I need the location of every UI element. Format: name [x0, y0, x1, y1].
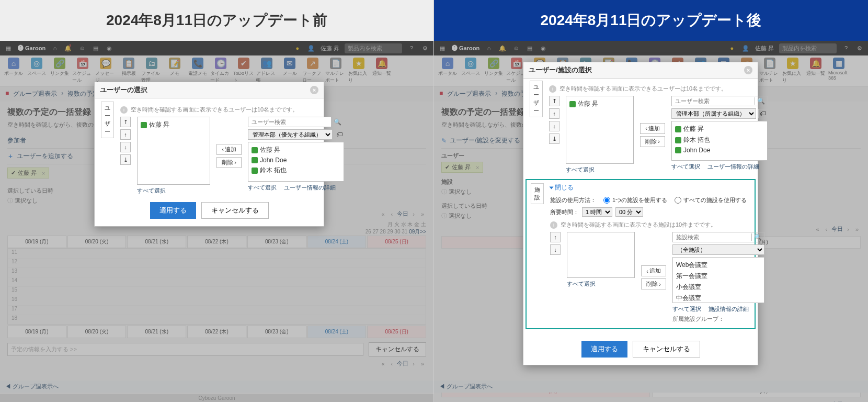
selected-facilities-list[interactable]: [567, 232, 635, 278]
org-tree-icon[interactable]: 🏷: [758, 109, 768, 118]
fac-remove-button[interactable]: 削除 ›: [641, 278, 666, 289]
user-search[interactable]: 🔍: [671, 96, 768, 106]
facility-search[interactable]: 🔍: [672, 232, 764, 242]
select-all-right[interactable]: すべて選択: [248, 184, 277, 192]
facility-search-input[interactable]: [673, 232, 751, 242]
user-detail-link[interactable]: ユーザー情報の詳細: [707, 163, 759, 171]
close-icon[interactable]: ×: [310, 86, 318, 94]
hint-facility: i空き時間を確認する画面に表示できる施設は10件までです。: [550, 221, 764, 229]
org-select[interactable]: 管理本部（所属する組織）: [671, 108, 756, 119]
chevron-down-icon: [550, 186, 554, 189]
user-facility-modal: ユーザー/施設の選択 × ユーザー i空き時間を確認する画面に表示できるユーザー…: [523, 62, 758, 365]
candidate-facilities-list[interactable]: Web会議室第一会議室小会議室中会議室大会議室: [672, 257, 764, 303]
user-detail-link[interactable]: ユーザー情報の詳細: [284, 184, 336, 192]
selected-users-list[interactable]: 佐藤 昇: [137, 117, 210, 185]
duration-label: 所要時間：: [550, 208, 579, 216]
cancel-button[interactable]: キャンセルする: [201, 202, 269, 219]
person-icon: [675, 126, 681, 132]
search-icon[interactable]: 🔍: [755, 97, 767, 105]
apply-button[interactable]: 適用する: [150, 202, 196, 219]
move-down-button[interactable]: ↓: [549, 121, 559, 131]
select-all-right[interactable]: すべて選択: [671, 163, 700, 171]
move-up-button[interactable]: ↑: [549, 108, 559, 119]
collapse-toggle[interactable]: 閉じる: [550, 183, 764, 192]
search-icon[interactable]: 🔍: [751, 233, 764, 241]
list-item[interactable]: 小会議室: [676, 282, 761, 293]
modal-title: ユーザーの選択: [100, 85, 147, 95]
usage-label: 施設の使用方法：: [550, 196, 596, 204]
cancel-button[interactable]: キャンセルする: [633, 341, 700, 358]
usage-one-radio[interactable]: 1つの施設を使用する: [603, 196, 667, 204]
list-item[interactable]: 佐藤 昇: [252, 144, 340, 155]
list-item[interactable]: 第一会議室: [676, 271, 761, 282]
fac-add-button[interactable]: ‹ 追加: [641, 265, 666, 276]
tab-user[interactable]: ユーザー: [530, 81, 543, 117]
tab-facility[interactable]: 施設: [531, 183, 544, 204]
comparison-title-before: 2024年8月11日のアップデート前: [0, 0, 433, 41]
search-icon[interactable]: 🔍: [331, 118, 344, 126]
fac-detail-link[interactable]: 施設情報の詳細: [709, 305, 749, 313]
fac-move-up[interactable]: ↑: [550, 232, 561, 242]
list-item[interactable]: 鈴木 拓也: [675, 135, 764, 146]
select-all-left[interactable]: すべて選択: [137, 187, 166, 195]
person-icon: [252, 147, 258, 153]
fac-select-all-left[interactable]: すべて選択: [567, 280, 596, 288]
person-icon: [141, 122, 147, 128]
move-top-button[interactable]: ⤒: [120, 117, 131, 127]
person-icon: [675, 137, 681, 143]
candidate-users-list[interactable]: 佐藤 昇John Doe鈴木 拓也: [248, 142, 344, 182]
org-select[interactable]: 管理本部（優先する組織）: [248, 129, 333, 140]
facility-section: 施設 閉じる 施設の使用方法： 1つの施設を使用する すべての施設を使用する 所…: [526, 179, 756, 329]
user-search-input[interactable]: [248, 117, 331, 127]
selected-users-list[interactable]: 佐藤 昇: [566, 96, 634, 164]
comparison-title-after: 2024年8月11日のアップデート後: [434, 0, 868, 41]
move-top-button[interactable]: ⤒: [549, 96, 559, 106]
duration-hour-select[interactable]: 1 時間: [582, 207, 612, 217]
user-search[interactable]: 🔍: [248, 117, 344, 127]
facility-group-label: 所属施設グループ：: [672, 315, 764, 323]
facility-group-select[interactable]: （全施設）: [672, 244, 764, 255]
list-item[interactable]: Web会議室: [676, 260, 761, 271]
list-item[interactable]: 鈴木 拓也: [252, 165, 340, 176]
list-item[interactable]: 佐藤 昇: [675, 124, 764, 135]
apply-button[interactable]: 適用する: [581, 341, 627, 358]
hint-user: i空き時間を確認する画面に表示できるユーザーは10名までです。: [549, 85, 768, 93]
org-tree-icon[interactable]: 🏷: [335, 130, 344, 139]
fac-select-all-right[interactable]: すべて選択: [672, 305, 701, 313]
usage-all-radio[interactable]: すべての施設を使用する: [675, 196, 747, 204]
person-icon: [569, 101, 576, 107]
person-icon: [675, 147, 681, 153]
move-bottom-button[interactable]: ⤓: [549, 133, 559, 144]
add-button[interactable]: ‹ 追加: [216, 144, 242, 155]
move-down-button[interactable]: ↓: [120, 142, 131, 152]
list-item[interactable]: 中会議室: [676, 293, 761, 303]
list-item[interactable]: John Doe: [675, 146, 764, 155]
modal-title: ユーザー/施設の選択: [529, 65, 592, 75]
add-button[interactable]: ‹ 追加: [640, 123, 665, 134]
move-up-button[interactable]: ↑: [120, 129, 131, 140]
duration-min-select[interactable]: 00 分: [615, 207, 643, 217]
tab-user[interactable]: ユーザー: [101, 102, 114, 138]
select-all-left[interactable]: すべて選択: [566, 166, 595, 174]
remove-button[interactable]: 削除 ›: [216, 157, 242, 168]
list-item[interactable]: John Doe: [252, 155, 340, 165]
person-icon: [252, 157, 258, 163]
remove-button[interactable]: 削除 ›: [640, 136, 665, 147]
user-select-modal: ユーザーの選択 × ユーザー i空き時間を確認する画面に表示できるユーザーは10…: [94, 82, 324, 227]
close-icon[interactable]: ×: [744, 66, 752, 74]
person-icon: [252, 168, 258, 174]
fac-move-down[interactable]: ↓: [550, 244, 561, 255]
user-search-input[interactable]: [672, 96, 755, 106]
candidate-users-list[interactable]: 佐藤 昇鈴木 拓也John Doe: [671, 121, 768, 161]
hint-text: i空き時間を確認する画面に表示できるユーザーは10名までです。: [120, 106, 344, 114]
move-bottom-button[interactable]: ⤓: [120, 154, 131, 165]
